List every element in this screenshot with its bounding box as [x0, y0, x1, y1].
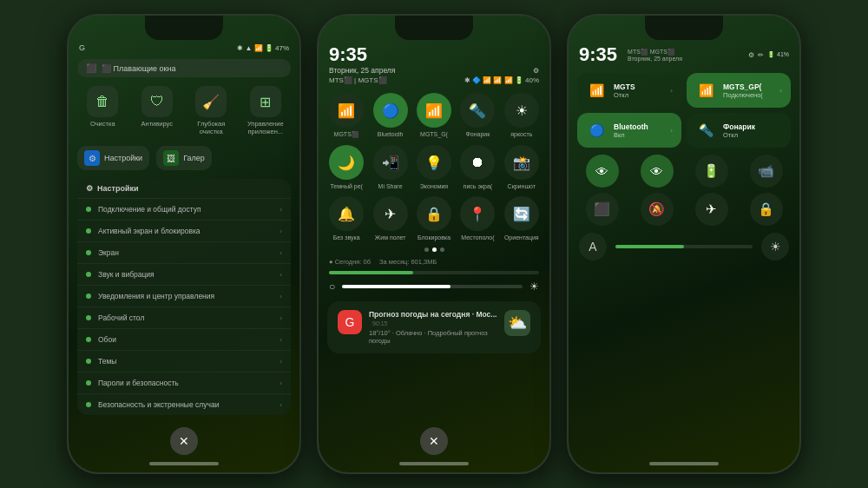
close-button-2[interactable]: ✕: [420, 427, 448, 455]
notif-app-icon: G: [338, 310, 362, 334]
qs-card-mgts[interactable]: 📶 MGTS Откл ›: [577, 73, 681, 108]
close-button-1[interactable]: ✕: [170, 427, 198, 455]
gallery-app-btn[interactable]: 🖼 Галер: [156, 146, 212, 170]
tool-cleaner[interactable]: 🗑 Очистка: [77, 86, 128, 135]
qs-circle-eye1[interactable]: 👁: [577, 155, 627, 188]
settings-app-icon: ⚙: [84, 150, 100, 166]
qs-mgts-status: Откл: [614, 91, 663, 99]
p2-settings-icon[interactable]: ⚙: [533, 67, 539, 75]
ctrl-location[interactable]: 📍 Местополо(: [458, 196, 496, 241]
item-dot: [86, 250, 91, 255]
qs-circle-airplane[interactable]: ✈: [687, 193, 736, 226]
deep-clean-label: Глубокая очистка: [186, 120, 237, 135]
dot-3: [440, 247, 444, 252]
auto-brightness-text-btn[interactable]: A: [579, 233, 607, 260]
settings-item-wallpaper[interactable]: Обои ›: [77, 328, 291, 350]
qs-card-bluetooth[interactable]: 🔵 Bluetooth Вкл ›: [577, 113, 681, 148]
notif-title: Прогноз погоды на сегодня · Мос... 90:15: [369, 310, 497, 327]
settings-item-label: Звук и вибрация: [98, 270, 273, 279]
qs-brightness-slider[interactable]: [615, 245, 753, 248]
volume-fill: [329, 271, 413, 274]
qs-wifi-info: MGTS_GP( Подключено(: [723, 82, 773, 99]
p2-date: Вторник, 25 апреля: [329, 66, 395, 75]
qs-card-torch[interactable]: 🔦 Фонарик Откл: [687, 113, 791, 148]
ctrl-row-3: 🔔 Без звука ✈ Жим полет 🔒 Блокировка 📍 М…: [319, 193, 549, 244]
ctrl-dark[interactable]: 🌙 Темный ре(: [327, 145, 365, 189]
settings-item-display[interactable]: Экран ›: [77, 241, 291, 263]
qs-circle-eye2[interactable]: 👁: [632, 155, 681, 188]
floating-windows-bar[interactable]: ⬛ ⬛ Плавающие окна: [77, 59, 291, 77]
settings-item-screen-lock[interactable]: Активный экран и блокировка ›: [77, 220, 291, 241]
p3-edit-icon[interactable]: ✏: [758, 51, 764, 59]
status-right: ✱ ▲ 📶 🔋 47%: [237, 44, 289, 52]
antivirus-label: Антивирус: [141, 120, 173, 128]
tool-deep-clean[interactable]: 🧹 Глубокая очистка: [186, 86, 237, 135]
ctrl-airplane[interactable]: ✈ Жим полет: [371, 196, 409, 241]
chevron-right-icon: ›: [279, 379, 282, 387]
settings-item-themes[interactable]: Темы ›: [77, 350, 291, 372]
qs-circle-mute[interactable]: 🔕: [632, 193, 681, 226]
ctrl-brightness-tile[interactable]: ☀ яркость: [503, 93, 541, 138]
settings-item-desktop[interactable]: Рабочий стол ›: [77, 307, 291, 328]
p3-battery: 🔋 41%: [767, 51, 789, 58]
settings-item-sound[interactable]: Звук и вибрация ›: [77, 263, 291, 285]
p2-signal-row: MTS⬛ | MGTS⬛ ✱ 🔷 📶 📶 📶 🔋 40%: [319, 75, 549, 89]
chevron-right-icon: ›: [279, 271, 282, 279]
settings-item-notifications[interactable]: Уведомления и центр управления ›: [77, 285, 291, 307]
settings-item-label: Темы: [98, 357, 273, 366]
volume-slider[interactable]: [319, 268, 549, 277]
eye1-icon: 👁: [586, 155, 619, 188]
ctrl-lock-label: Блокировка: [418, 234, 450, 241]
qs-circle-lock-rotation[interactable]: 🔒: [741, 193, 791, 226]
deep-clean-icon: 🧹: [195, 86, 227, 117]
lock-rotation-icon: 🔒: [750, 193, 783, 226]
ctrl-wifi[interactable]: 📶 MGTS_G(: [415, 93, 453, 138]
share-icon: 📲: [373, 145, 408, 180]
ctrl-torch[interactable]: 🔦 Фонарик: [458, 93, 496, 138]
ctrl-screen-rec-label: пись экра(: [464, 183, 493, 189]
ctrl-silent[interactable]: 🔔 Без звука: [327, 196, 365, 241]
qs-circle-video[interactable]: 📹: [741, 155, 791, 188]
brightness-fill: [342, 285, 450, 288]
ctrl-share[interactable]: 📲 Mi Share: [371, 145, 409, 189]
torch-icon: 🔦: [460, 93, 495, 128]
qs-circle-screencast[interactable]: ⬛: [577, 193, 627, 226]
p3-carrier: MTS⬛ MGTS⬛: [628, 49, 682, 56]
brightness-slider[interactable]: ○ ☀: [319, 277, 549, 296]
p3-settings-icon[interactable]: ⚙: [748, 51, 754, 59]
qs-torch-info: Фонарик Откл: [723, 122, 782, 139]
qs-torch-icon: 🔦: [695, 120, 716, 141]
settings-item-connectivity[interactable]: Подключение и общий доступ ›: [77, 198, 291, 220]
tool-antivirus[interactable]: 🛡 Антивирус: [132, 86, 183, 135]
brightness-sun-btn[interactable]: ☀: [761, 233, 789, 260]
ctrl-bluetooth-label: Bluetooth: [378, 131, 404, 137]
manage-apps-icon: ⊞: [250, 86, 281, 117]
settings-app-btn[interactable]: ⚙ Настройки: [77, 146, 149, 170]
ctrl-screen-rec[interactable]: ⏺ пись экра(: [458, 145, 496, 189]
ctrl-economy[interactable]: 💡 Экономия: [415, 145, 453, 189]
chevron-right-icon: ›: [279, 314, 282, 322]
p3-left: 9:35 MTS⬛ MGTS⬛ Вторник, 25 апреля: [579, 43, 682, 66]
chevron-right-icon: ›: [279, 228, 282, 235]
item-dot: [86, 272, 91, 277]
settings-item-security[interactable]: Безопасность и экстренные случаи ›: [77, 393, 291, 415]
p2-time-block: 9:35 Вторник, 25 апреля: [329, 43, 395, 75]
ctrl-bluetooth[interactable]: 🔵 Bluetooth: [371, 93, 409, 138]
chevron-right-icon: ›: [670, 87, 673, 95]
notch-2: [395, 16, 473, 40]
item-dot: [86, 359, 91, 364]
tool-manage-apps[interactable]: ⊞ Управление приложен...: [240, 86, 292, 135]
ctrl-screenshot[interactable]: 📸 Скриншот: [503, 145, 541, 189]
dot-2: [432, 247, 437, 252]
volume-track: [329, 271, 539, 274]
settings-item-passwords[interactable]: Пароли и безопасность ›: [77, 372, 291, 393]
qs-circle-battery[interactable]: 🔋: [687, 155, 736, 188]
settings-panel: ⚙ Настройки Подключение и общий доступ ›…: [77, 179, 291, 415]
settings-item-label: Безопасность и экстренные случаи: [98, 400, 273, 409]
settings-icon: ⚙: [86, 184, 93, 193]
notification-card[interactable]: G Прогноз погоды на сегодня · Мос... 90:…: [327, 301, 541, 353]
qs-card-mgts-gp[interactable]: 📶 MGTS_GP( Подключено( ›: [687, 73, 791, 108]
ctrl-rotation[interactable]: 🔄 Ориентация: [503, 196, 541, 241]
ctrl-lock[interactable]: 🔒 Блокировка: [415, 196, 453, 241]
ctrl-mgts[interactable]: 📶 MGTS⬛: [327, 93, 365, 138]
